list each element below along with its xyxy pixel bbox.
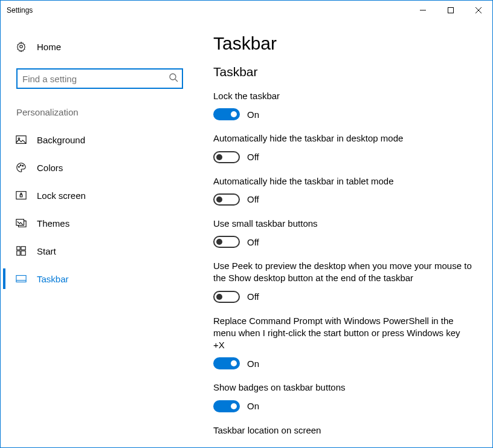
- taskbar-icon: [15, 273, 27, 285]
- setting-label: Automatically hide the taskbar in deskto…: [213, 132, 473, 144]
- svg-rect-13: [20, 195, 22, 197]
- start-icon: [15, 245, 27, 257]
- svg-point-4: [20, 45, 23, 48]
- svg-point-11: [22, 165, 24, 166]
- sidebar-item-taskbar[interactable]: Taskbar: [3, 265, 194, 293]
- setting-label: Lock the taskbar: [213, 90, 473, 102]
- themes-icon: [15, 217, 27, 229]
- toggle-powershell[interactable]: [213, 357, 240, 369]
- content-area: Taskbar Taskbar Lock the taskbar On Auto…: [194, 20, 492, 447]
- maximize-button[interactable]: [437, 1, 465, 19]
- sidebar-item-label: Taskbar: [37, 274, 69, 284]
- sidebar-item-lockscreen[interactable]: Lock screen: [3, 181, 194, 209]
- page-title: Taskbar: [213, 33, 473, 54]
- setting-badges: Show badges on taskbar buttons On: [213, 381, 473, 412]
- toggle-state: On: [247, 359, 259, 369]
- gear-icon: [15, 41, 27, 53]
- setting-taskbar-location: Taskbar location on screen: [213, 424, 473, 437]
- nav-list: Background Colors: [3, 126, 194, 293]
- setting-auto-hide-tablet: Automatically hide the taskbar in tablet…: [213, 175, 473, 206]
- search-input[interactable]: [16, 68, 183, 89]
- toggle-state: On: [247, 401, 259, 411]
- section-heading: Taskbar: [213, 65, 473, 79]
- home-button[interactable]: Home: [3, 33, 194, 60]
- setting-small-buttons: Use small taskbar buttons Off: [213, 218, 473, 248]
- svg-rect-19: [16, 276, 26, 282]
- sidebar-item-label: Lock screen: [37, 190, 86, 201]
- window-title: Settings: [7, 6, 33, 15]
- toggle-auto-hide-desktop[interactable]: [213, 151, 240, 163]
- sidebar-section-title: Personalization: [3, 102, 194, 123]
- toggle-peek[interactable]: [213, 291, 240, 303]
- svg-rect-1: [448, 7, 454, 13]
- toggle-state: Off: [247, 237, 259, 247]
- toggle-state: On: [247, 109, 259, 120]
- close-button[interactable]: [465, 1, 492, 19]
- sidebar: Home Personalization: [1, 20, 194, 447]
- sidebar-item-themes[interactable]: Themes: [3, 209, 194, 237]
- home-label: Home: [37, 42, 61, 52]
- settings-window: Settings Home: [0, 0, 493, 448]
- titlebar[interactable]: Settings: [1, 1, 492, 20]
- setting-powershell: Replace Command Prompt with Windows Powe…: [213, 315, 473, 370]
- sidebar-item-start[interactable]: Start: [3, 237, 194, 265]
- sidebar-item-background[interactable]: Background: [3, 126, 194, 154]
- svg-point-9: [19, 166, 20, 167]
- window-controls: [409, 1, 492, 19]
- svg-point-8: [18, 138, 20, 140]
- setting-label: Replace Command Prompt with Windows Powe…: [213, 315, 473, 352]
- svg-point-10: [20, 165, 21, 166]
- sidebar-item-label: Themes: [37, 218, 69, 229]
- toggle-state: Off: [247, 291, 259, 302]
- setting-auto-hide-desktop: Automatically hide the taskbar in deskto…: [213, 132, 473, 163]
- svg-rect-15: [17, 247, 20, 250]
- sidebar-item-label: Colors: [37, 163, 63, 173]
- toggle-badges[interactable]: [213, 400, 240, 412]
- sidebar-item-label: Start: [37, 246, 56, 256]
- svg-rect-17: [17, 251, 20, 255]
- setting-label: Use Peek to preview the desktop when you…: [213, 260, 473, 285]
- toggle-state: Off: [247, 152, 259, 162]
- svg-rect-18: [21, 251, 25, 255]
- svg-rect-16: [21, 247, 25, 250]
- sidebar-item-colors[interactable]: Colors: [3, 154, 194, 181]
- svg-rect-12: [16, 192, 26, 200]
- toggle-lock-taskbar[interactable]: [213, 108, 240, 120]
- setting-peek: Use Peek to preview the desktop when you…: [213, 260, 473, 303]
- toggle-state: Off: [247, 194, 259, 204]
- setting-label: Taskbar location on screen: [213, 424, 473, 437]
- toggle-auto-hide-tablet[interactable]: [213, 193, 240, 206]
- lockscreen-icon: [15, 189, 27, 201]
- setting-label: Automatically hide the taskbar in tablet…: [213, 175, 473, 187]
- palette-icon: [15, 161, 27, 174]
- picture-icon: [15, 134, 27, 146]
- setting-lock-taskbar: Lock the taskbar On: [213, 90, 473, 120]
- minimize-button[interactable]: [409, 1, 437, 19]
- setting-label: Show badges on taskbar buttons: [213, 381, 473, 394]
- sidebar-item-label: Background: [37, 135, 85, 145]
- setting-label: Use small taskbar buttons: [213, 218, 473, 230]
- toggle-small-buttons[interactable]: [213, 236, 240, 248]
